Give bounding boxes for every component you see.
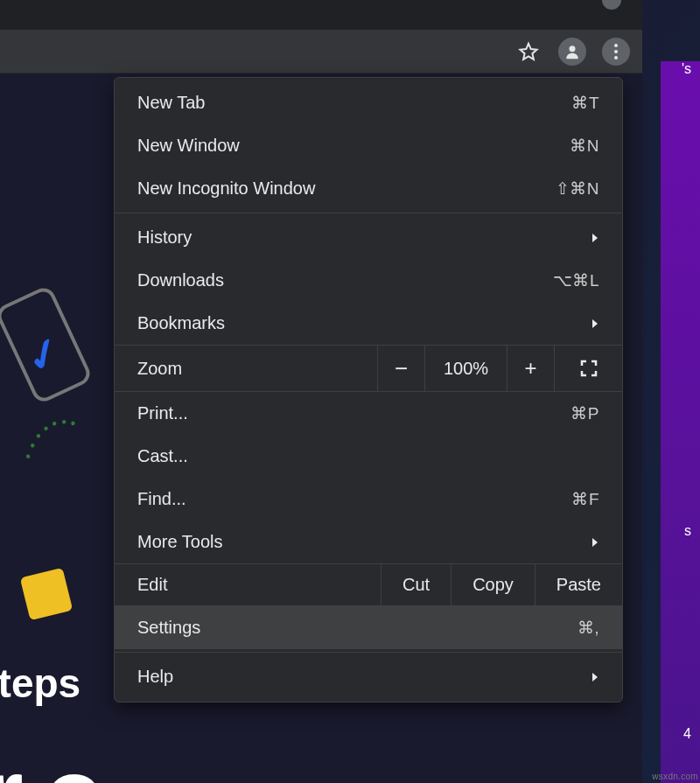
menu-label: New Incognito Window bbox=[137, 178, 556, 199]
menu-separator bbox=[115, 213, 622, 213]
menu-item-settings[interactable]: Settings ⌘, bbox=[115, 606, 622, 649]
minimized-profile-icon bbox=[602, 0, 621, 10]
svg-point-6 bbox=[61, 419, 66, 424]
menu-label: Settings bbox=[137, 618, 578, 638]
menu-edit-row: Edit Cut Copy Paste bbox=[115, 563, 622, 606]
svg-point-0 bbox=[570, 45, 576, 52]
menu-separator bbox=[115, 652, 622, 653]
menu-label: Help bbox=[137, 667, 591, 687]
menu-label: More Tools bbox=[137, 532, 591, 552]
svg-point-3 bbox=[36, 433, 41, 438]
menu-label: New Tab bbox=[137, 93, 571, 113]
zoom-label: Zoom bbox=[115, 359, 377, 379]
tab-strip bbox=[0, 0, 642, 30]
bookmark-star-icon[interactable] bbox=[514, 38, 542, 66]
menu-item-more-tools[interactable]: More Tools bbox=[115, 521, 622, 563]
menu-shortcut: ⌘F bbox=[571, 489, 599, 509]
adjacent-window-strip bbox=[661, 61, 700, 783]
menu-shortcut: ⌘P bbox=[570, 403, 599, 423]
kebab-menu-icon[interactable] bbox=[602, 38, 630, 66]
menu-label: New Window bbox=[137, 136, 570, 156]
submenu-arrow-icon bbox=[591, 318, 599, 330]
bg-fragment-text: 's bbox=[682, 61, 691, 77]
fullscreen-button[interactable] bbox=[554, 346, 622, 391]
menu-label: Find... bbox=[137, 489, 571, 509]
menu-label: History bbox=[137, 227, 591, 248]
menu-item-history[interactable]: History bbox=[115, 216, 622, 259]
browser-window: ✓ steps r c New Tab ⌘T New Window ⌘N New… bbox=[0, 0, 642, 783]
menu-shortcut: ⇧⌘N bbox=[556, 178, 599, 199]
menu-label: Bookmarks bbox=[137, 313, 591, 333]
menu-item-print[interactable]: Print... ⌘P bbox=[115, 392, 622, 435]
svg-point-5 bbox=[52, 421, 57, 426]
menu-item-new-window[interactable]: New Window ⌘N bbox=[115, 124, 622, 167]
zoom-in-button[interactable]: + bbox=[507, 346, 554, 391]
svg-point-2 bbox=[30, 443, 35, 448]
menu-item-new-incognito[interactable]: New Incognito Window ⇧⌘N bbox=[115, 167, 622, 210]
chrome-main-menu: New Tab ⌘T New Window ⌘N New Incognito W… bbox=[114, 77, 623, 703]
submenu-arrow-icon bbox=[591, 671, 599, 683]
edit-cut-button[interactable]: Cut bbox=[381, 564, 451, 605]
profile-avatar-icon[interactable] bbox=[558, 38, 586, 66]
bg-text-large: r c bbox=[0, 734, 98, 783]
edit-copy-button[interactable]: Copy bbox=[451, 564, 535, 605]
svg-point-7 bbox=[71, 421, 76, 426]
svg-point-4 bbox=[44, 426, 49, 431]
menu-shortcut: ⌘, bbox=[578, 618, 599, 638]
edit-label: Edit bbox=[115, 575, 381, 595]
dotted-arc-decoration bbox=[12, 404, 88, 474]
browser-toolbar bbox=[0, 30, 642, 73]
submenu-arrow-icon bbox=[591, 536, 599, 549]
menu-item-downloads[interactable]: Downloads ⌥⌘L bbox=[115, 259, 622, 302]
bg-fragment-text: 4 bbox=[683, 726, 691, 742]
menu-shortcut: ⌥⌘L bbox=[553, 270, 599, 290]
menu-label: Downloads bbox=[137, 270, 553, 290]
menu-shortcut: ⌘N bbox=[570, 136, 599, 156]
menu-item-cast[interactable]: Cast... bbox=[115, 435, 622, 478]
menu-item-new-tab[interactable]: New Tab ⌘T bbox=[115, 81, 622, 124]
menu-label: Cast... bbox=[137, 446, 599, 466]
zoom-out-button[interactable]: − bbox=[377, 346, 424, 391]
submenu-arrow-icon bbox=[591, 232, 599, 244]
bg-fragment-text: s bbox=[684, 523, 691, 539]
edit-paste-button[interactable]: Paste bbox=[535, 564, 622, 605]
fullscreen-icon bbox=[579, 359, 598, 378]
zoom-value: 100% bbox=[424, 346, 507, 391]
svg-point-1 bbox=[25, 454, 31, 459]
menu-label: Print... bbox=[137, 403, 570, 423]
menu-item-find[interactable]: Find... ⌘F bbox=[115, 478, 622, 521]
bg-text-steps: steps bbox=[0, 660, 80, 707]
menu-shortcut: ⌘T bbox=[571, 93, 599, 113]
menu-zoom-row: Zoom − 100% + bbox=[115, 345, 622, 392]
watermark-text: wsxdn.com bbox=[652, 772, 698, 781]
menu-item-help[interactable]: Help bbox=[115, 655, 622, 698]
menu-item-bookmarks[interactable]: Bookmarks bbox=[115, 302, 622, 345]
sticky-note-illustration bbox=[20, 568, 74, 621]
